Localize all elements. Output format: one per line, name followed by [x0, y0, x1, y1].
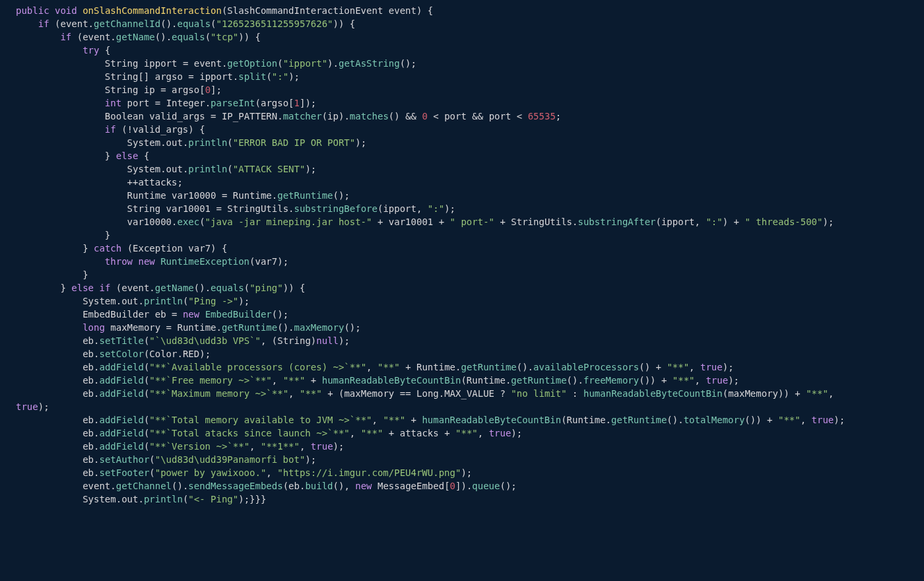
exec-threads: threads-500	[750, 217, 817, 227]
star2-1: **	[383, 362, 394, 372]
split-colon: :	[277, 71, 282, 82]
channel-id: 1265236511255957626	[222, 18, 327, 29]
attack-msg: ATTACK SENT	[238, 164, 300, 174]
no-limit: no limit	[517, 388, 561, 399]
port-max: 65535	[528, 111, 556, 121]
ping-out: Ping ->	[194, 296, 233, 306]
star2-8: **	[783, 415, 795, 425]
error-msg: ERROR BAD IP OR PORT	[238, 137, 350, 148]
star2-5: **	[305, 388, 316, 399]
field-version: **`Version ~>`**	[155, 441, 244, 452]
star2-3: **	[288, 375, 300, 386]
param-type: SlashCommandInteractionEvent	[227, 5, 383, 16]
author-lit: \ud83d\udd39Panamorfi bot	[160, 454, 300, 465]
star2-2: **	[673, 362, 684, 372]
method-name: onSlashCommandInteraction	[82, 5, 222, 16]
star2-6: **	[812, 388, 823, 399]
field-max: **`Maximum memory ~>`**	[155, 388, 283, 399]
code-block: public void onSlashCommandInteraction(Sl…	[0, 0, 924, 506]
option-ipport: ipport	[288, 58, 322, 69]
version-val: **1**	[266, 441, 294, 452]
field-total: **`Total memory available to JVM ~>`**	[155, 415, 366, 425]
colon-lit-1: :	[433, 203, 438, 214]
footer-text: power by yawixooo.	[160, 467, 261, 478]
exec-prefix: java -jar mineping.jar host-	[211, 217, 366, 227]
param-name: event	[389, 5, 416, 16]
colon-lit-2: :	[711, 217, 717, 227]
zero: 0	[422, 111, 427, 121]
star2-4: **	[678, 375, 689, 386]
idx-1: 1	[294, 98, 300, 108]
cmd-tcp: tcp	[216, 32, 233, 42]
footer-url: https://i.imgur.com/PEU4rWU.png	[283, 467, 455, 478]
field-attacks: **`Total atacks since launch ~>`**	[155, 428, 345, 438]
ping-done: <- Ping	[194, 494, 233, 504]
exec-port: port-	[455, 217, 489, 227]
zero-2: 0	[450, 481, 455, 491]
star2-10: **	[461, 428, 472, 438]
idx-0: 0	[205, 85, 211, 95]
star2-9: **	[366, 428, 378, 438]
star2-7: **	[389, 415, 400, 425]
field-free: **`Free memory ~>`**	[155, 375, 267, 386]
title-lit: `\ud83d\udd3b VPS`	[155, 335, 255, 346]
cmd-ping: ping	[255, 283, 278, 293]
field-cores: **`Available processors (cores) ~>`**	[155, 362, 361, 372]
